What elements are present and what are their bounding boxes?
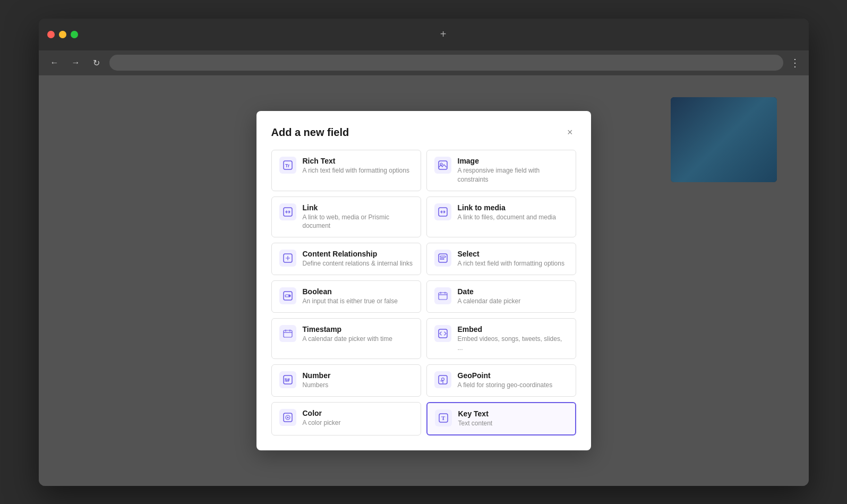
field-desc-embed: Embed videos, songs, tweets, slides, ... [458, 335, 568, 353]
key-text-icon: T [435, 409, 452, 426]
traffic-lights [47, 31, 78, 38]
field-item-date[interactable]: DateA calendar date picker [426, 280, 576, 313]
field-item-color[interactable]: ColorA color picker [271, 402, 421, 435]
rich-text-icon: Tr [279, 157, 296, 174]
select-icon [434, 250, 451, 267]
field-name-boolean: Boolean [303, 287, 398, 296]
field-desc-number: Numbers [303, 381, 331, 390]
field-item-number[interactable]: N#NumberNumbers [271, 364, 421, 397]
field-name-image: Image [458, 157, 568, 165]
svg-text:T: T [441, 415, 446, 421]
field-desc-content-relationship: Define content relations & internal link… [303, 259, 413, 268]
link-icon [279, 203, 296, 220]
field-name-content-relationship: Content Relationship [303, 250, 413, 258]
embed-icon [434, 325, 451, 342]
timestamp-icon [279, 325, 296, 342]
field-desc-link-to-media: A link to files, document and media [458, 213, 556, 222]
svg-point-19 [441, 378, 444, 381]
field-item-embed[interactable]: EmbedEmbed videos, songs, tweets, slides… [426, 318, 576, 360]
field-desc-geopoint: A field for storing geo-coordinates [458, 381, 553, 390]
field-name-key-text: Key Text [458, 409, 493, 418]
field-item-key-text[interactable]: TKey TextText content [426, 402, 576, 435]
modal-title: Add a new field [271, 126, 349, 139]
field-grid: TrRich TextA rich text field with format… [271, 150, 576, 435]
forward-button[interactable]: → [69, 56, 83, 70]
add-field-modal: Add a new field × TrRich TextA rich text… [256, 111, 591, 450]
svg-rect-13 [439, 293, 447, 300]
field-desc-key-text: Text content [458, 419, 493, 428]
field-item-image[interactable]: ImageA responsive image field with const… [426, 150, 576, 191]
browser-menu-button[interactable]: ⋮ [790, 56, 800, 69]
number-icon: N# [279, 371, 296, 388]
browser-titlebar: + [39, 19, 809, 50]
maximize-button[interactable] [71, 31, 78, 38]
content-relationship-icon [279, 250, 296, 267]
field-desc-date: A calendar date picker [458, 297, 521, 306]
field-name-link-to-media: Link to media [458, 203, 556, 212]
tab-bar: + [87, 25, 800, 44]
boolean-icon [279, 287, 296, 304]
field-desc-timestamp: A calendar date picker with time [303, 335, 392, 344]
address-bar[interactable] [109, 55, 783, 71]
field-desc-link: A link to web, media or Prismic document [303, 213, 413, 231]
svg-point-22 [287, 417, 288, 418]
svg-point-12 [288, 295, 290, 297]
reload-button[interactable]: ↻ [90, 56, 103, 70]
browser-window: + ← → ↻ ⋮ Add a new field × TrRich TextA… [39, 19, 809, 486]
geopoint-icon [434, 371, 451, 388]
modal-overlay: Add a new field × TrRich TextA rich text… [39, 76, 809, 486]
field-name-date: Date [458, 287, 521, 296]
field-name-link: Link [303, 203, 413, 212]
field-name-number: Number [303, 371, 331, 380]
color-icon [279, 409, 296, 426]
field-item-content-relationship[interactable]: Content RelationshipDefine content relat… [271, 243, 421, 275]
field-name-geopoint: GeoPoint [458, 371, 553, 380]
browser-content: Add a new field × TrRich TextA rich text… [39, 76, 809, 486]
svg-rect-9 [440, 259, 444, 260]
field-item-timestamp[interactable]: TimestampA calendar date picker with tim… [271, 318, 421, 360]
modal-close-button[interactable]: × [564, 126, 576, 139]
field-desc-image: A responsive image field with constraint… [458, 166, 568, 184]
browser-toolbar: ← → ↻ ⋮ [39, 50, 809, 76]
svg-text:N#: N# [285, 378, 290, 383]
field-item-select[interactable]: SelectA rich text field with formatting … [426, 243, 576, 275]
field-desc-color: A color picker [303, 418, 341, 428]
svg-rect-2 [439, 161, 447, 169]
svg-rect-14 [284, 330, 292, 337]
field-desc-rich-text: A rich text field with formatting option… [303, 166, 409, 175]
field-desc-boolean: An input that is either true or false [303, 297, 398, 306]
image-icon [434, 157, 451, 174]
field-name-rich-text: Rich Text [303, 157, 409, 165]
date-icon [434, 287, 451, 304]
minimize-button[interactable] [59, 31, 66, 38]
field-item-boolean[interactable]: BooleanAn input that is either true or f… [271, 280, 421, 313]
field-name-embed: Embed [458, 325, 568, 334]
back-button[interactable]: ← [47, 56, 62, 70]
field-name-color: Color [303, 409, 341, 417]
svg-text:Tr: Tr [285, 163, 290, 168]
link-to-media-icon [434, 203, 451, 220]
field-item-rich-text[interactable]: TrRich TextA rich text field with format… [271, 150, 421, 191]
field-desc-select: A rich text field with formatting option… [458, 259, 564, 268]
field-item-link-to-media[interactable]: Link to mediaA link to files, document a… [426, 197, 576, 238]
close-button[interactable] [47, 31, 55, 38]
field-name-timestamp: Timestamp [303, 325, 392, 334]
modal-header: Add a new field × [271, 126, 576, 139]
field-item-geopoint[interactable]: GeoPointA field for storing geo-coordina… [426, 364, 576, 397]
svg-rect-8 [440, 256, 446, 258]
field-item-link[interactable]: LinkA link to web, media or Prismic docu… [271, 197, 421, 238]
svg-point-3 [440, 163, 442, 165]
field-name-select: Select [458, 250, 564, 258]
new-tab-button[interactable]: + [434, 25, 453, 44]
